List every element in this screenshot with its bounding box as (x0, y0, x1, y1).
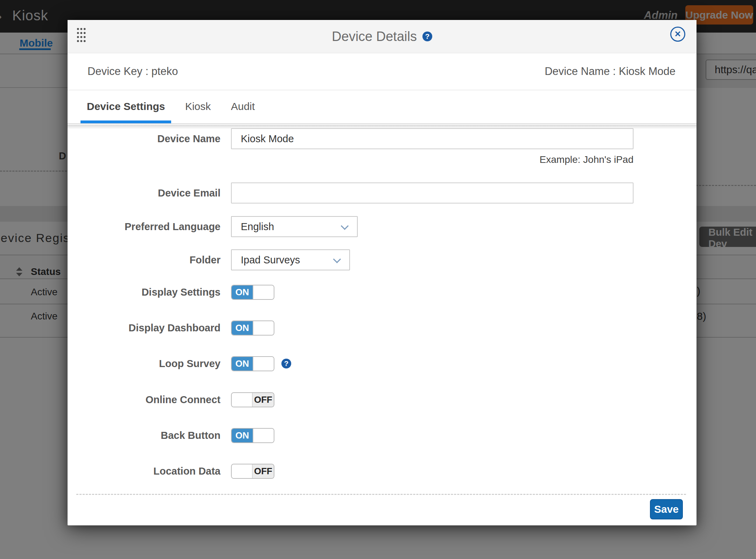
folder-select[interactable]: Ipad Surveys (231, 249, 350, 270)
chevron-down-icon (341, 222, 349, 230)
online-connect-toggle[interactable]: OFF (231, 392, 274, 407)
device-email-label: Device Email (68, 182, 220, 203)
toggle-knob (253, 321, 274, 335)
display-dashboard-label: Display Dashboard (68, 320, 220, 336)
modal-header: Device Details ? ✕ (68, 20, 696, 53)
tab-device-settings[interactable]: Device Settings (80, 90, 171, 123)
loop-survey-label: Loop Survey (68, 356, 220, 371)
save-button[interactable]: Save (650, 499, 683, 519)
screen: › Kiosk Admin Upgrade Now Mobile D Bulk … (0, 0, 756, 559)
device-key-row: Device Key : pteko Device Name : Kiosk M… (68, 53, 696, 90)
device-key-text: Device Key : pteko (88, 53, 178, 90)
toggle-state-label: ON (232, 357, 253, 371)
toggle-state-label: ON (232, 429, 253, 442)
back-button-label: Back Button (68, 428, 220, 443)
toggle-knob (253, 429, 274, 442)
device-email-input[interactable] (231, 182, 634, 203)
display-settings-label: Display Settings (68, 285, 220, 300)
loop-survey-help-icon[interactable]: ? (281, 359, 291, 368)
back-button-toggle[interactable]: ON (231, 428, 274, 443)
preferred-language-select[interactable]: English (231, 216, 358, 237)
toggle-knob (232, 393, 253, 407)
toggle-knob (253, 285, 274, 299)
close-icon[interactable]: ✕ (670, 27, 685, 42)
preferred-language-value: English (232, 221, 274, 233)
preferred-language-label: Preferred Language (68, 216, 220, 237)
online-connect-label: Online Connect (68, 392, 220, 407)
toggle-knob (232, 464, 253, 478)
location-data-toggle[interactable]: OFF (231, 464, 274, 479)
modal-tab-bar: Device Settings Kiosk Audit (68, 90, 696, 124)
folder-value: Ipad Surveys (232, 254, 300, 266)
toggle-state-label: OFF (253, 464, 274, 478)
drag-handle-icon[interactable] (76, 27, 86, 43)
toggle-state-label: OFF (253, 393, 274, 407)
folder-label: Folder (68, 249, 220, 270)
location-data-label: Location Data (68, 464, 220, 479)
device-name-label: Device Name (68, 128, 220, 149)
modal-title: Device Details (332, 29, 417, 44)
display-dashboard-toggle[interactable]: ON (231, 320, 274, 336)
device-details-modal: Device Details ? ✕ Device Key : pteko De… (68, 20, 696, 525)
toggle-state-label: ON (232, 285, 253, 299)
device-name-helper-text: Example: John's iPad (231, 154, 634, 165)
device-name-input[interactable] (231, 128, 634, 149)
loop-survey-toggle[interactable]: ON (231, 356, 274, 371)
chevron-down-icon (333, 255, 341, 263)
toggle-state-label: ON (232, 321, 253, 335)
tab-audit[interactable]: Audit (225, 90, 261, 123)
device-name-text: Device Name : Kiosk Mode (545, 53, 676, 90)
toggle-knob (253, 357, 274, 371)
tab-kiosk[interactable]: Kiosk (179, 90, 217, 123)
footer-dashed-divider (76, 494, 686, 495)
help-icon[interactable]: ? (422, 32, 432, 41)
display-settings-toggle[interactable]: ON (231, 285, 274, 300)
